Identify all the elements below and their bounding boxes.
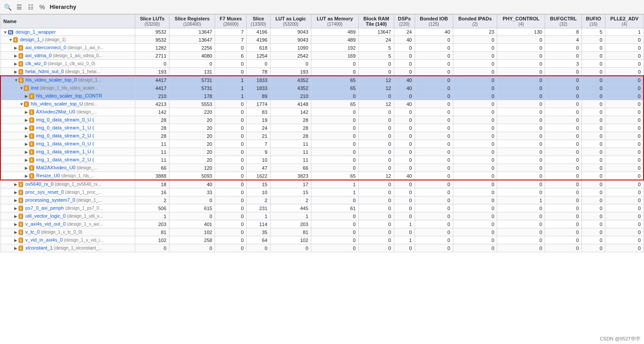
- row-name[interactable]: Resize_U0: [35, 173, 60, 178]
- expand-icon[interactable]: ▶: [14, 62, 19, 66]
- row-name[interactable]: proc_sys_reset_0: [24, 189, 64, 195]
- expand-icon[interactable]: ▼: [20, 86, 24, 90]
- table-row[interactable]: ▶ i helai_hdmi_out_0 (design_1_helai...1…: [0, 68, 644, 76]
- row-name[interactable]: img_1_data_stream_2_U (: [35, 157, 94, 162]
- row-name[interactable]: xlconstant_1: [24, 245, 53, 250]
- table-row[interactable]: ▶ i img_0_data_stream_2_U (2820021280000…: [0, 132, 644, 140]
- table-row[interactable]: ▼ i design_1_i (design_1)953213647741969…: [0, 36, 644, 44]
- search-icon[interactable]: 🔍: [4, 3, 12, 11]
- row-name[interactable]: img_0_data_stream_0_U (: [35, 117, 94, 122]
- val-cell: 1774: [247, 100, 270, 108]
- val-cell: 0: [169, 244, 215, 252]
- table-row[interactable]: ▼ i hls_video_scaler_top_0 (design_1...4…: [0, 76, 644, 84]
- table-row[interactable]: ▶ i proc_sys_reset_0 (design_1_proc_...1…: [0, 188, 644, 196]
- expand-icon[interactable]: ▼: [9, 38, 13, 42]
- row-name[interactable]: axi_vdma_0: [24, 53, 51, 58]
- row-name[interactable]: img_1_data_stream_0_U (: [35, 141, 94, 146]
- val-cell: 0: [415, 60, 453, 68]
- row-name[interactable]: img_0_data_stream_1_U (: [35, 125, 94, 130]
- table-row[interactable]: ▶ i axi_interconnect_0 (design_1_axi_ir.…: [0, 44, 644, 52]
- val-cell: 28: [270, 132, 311, 140]
- expand-icon[interactable]: ▼: [14, 78, 19, 82]
- val-cell: 20: [169, 116, 215, 124]
- table-row[interactable]: ▶ i clk_wiz_0 (design_1_clk_wiz_0_0)0000…: [0, 60, 644, 68]
- row-name[interactable]: v_vid_in_axi4s_0: [24, 237, 63, 242]
- table-row[interactable]: ▶ i img_1_data_stream_1_U (1120091100000…: [0, 148, 644, 156]
- expand-icon[interactable]: ▶: [14, 214, 19, 219]
- row-name[interactable]: axi_interconnect_0: [24, 45, 66, 50]
- expand-icon[interactable]: ▶: [25, 94, 29, 98]
- table-row[interactable]: ▶ i axi_vdma_0 (design_1_axi_vdma_0...27…: [0, 52, 644, 60]
- expand-icon[interactable]: ▶: [14, 46, 19, 50]
- percent-icon[interactable]: %: [38, 3, 46, 11]
- filter-all-icon[interactable]: ☰: [15, 3, 23, 11]
- expand-icon[interactable]: ▶: [25, 142, 29, 146]
- table-row[interactable]: ▶ i AXIvideo2Mat_U0 (design_...142220083…: [0, 108, 644, 116]
- table-row[interactable]: ▼ N design_1_wrapper95321364774196904348…: [0, 28, 644, 36]
- row-name[interactable]: Mat2AXIvideo_U0: [35, 165, 76, 170]
- filter-partial-icon[interactable]: ☷: [27, 3, 35, 11]
- expand-icon[interactable]: ▼: [4, 30, 8, 35]
- expand-icon[interactable]: ▶: [25, 118, 29, 122]
- expand-icon[interactable]: ▶: [14, 198, 19, 203]
- expand-icon[interactable]: ▶: [25, 110, 29, 114]
- row-name[interactable]: hls_video_scaler_top_CONTR: [35, 93, 102, 98]
- table-row[interactable]: ▶ i img_0_data_stream_1_U (2820024280000…: [0, 124, 644, 132]
- row-name[interactable]: util_vector_logic_0: [24, 213, 66, 219]
- row-name[interactable]: AXIvideo2Mat_U0: [35, 109, 75, 114]
- expand-icon[interactable]: ▼: [20, 102, 24, 106]
- table-row[interactable]: ▼ i inst (design_1_hls_video_scaler...44…: [0, 84, 644, 92]
- expand-icon[interactable]: ▶: [14, 190, 19, 195]
- row-name[interactable]: processing_system7_0: [24, 197, 75, 203]
- row-name[interactable]: helai_hdmi_out_0: [24, 69, 64, 74]
- expand-icon[interactable]: ▶: [25, 126, 29, 130]
- table-row[interactable]: ▶ i util_vector_logic_0 (design_1_util_v…: [0, 212, 644, 220]
- row-name[interactable]: hls_video_scaler_top_U: [30, 101, 83, 106]
- expand-icon[interactable]: ▶: [14, 238, 19, 242]
- row-name[interactable]: inst: [30, 85, 39, 90]
- row-name[interactable]: img_0_data_stream_2_U (: [35, 133, 94, 138]
- expand-icon[interactable]: ▶: [25, 158, 29, 162]
- table-row[interactable]: ▶ i xlconstant_1 (design_1_xlconstant_..…: [0, 244, 644, 252]
- row-name[interactable]: design_1_i: [19, 37, 43, 42]
- table-row[interactable]: ▶ i Mat2AXIvideo_U0 (design_...661200476…: [0, 164, 644, 172]
- table-row[interactable]: ▶ i v_axi4s_vid_out_0 (design_1_v_axi...…: [0, 220, 644, 228]
- row-name[interactable]: img_1_data_stream_1_U (: [35, 149, 94, 154]
- val-cell: 5731: [169, 84, 215, 92]
- expand-icon[interactable]: ▶: [25, 150, 29, 154]
- table-row[interactable]: ▶ i ps7_0_axi_periph (design_1_ps7_0...5…: [0, 204, 644, 212]
- table-row[interactable]: ▶ i img_1_data_stream_2_U (1120010110000…: [0, 156, 644, 164]
- row-name[interactable]: clk_wiz_0: [24, 61, 47, 66]
- row-name[interactable]: hls_video_scaler_top_0: [24, 77, 77, 82]
- table-row[interactable]: ▶ i v_tc_0 (design_1_v_tc_0_0)8110203581…: [0, 228, 644, 236]
- expand-icon[interactable]: ▶: [14, 182, 19, 187]
- val-cell: 5: [358, 52, 394, 60]
- val-cell: 0: [311, 68, 359, 76]
- table-row[interactable]: ▼ i hls_video_scaler_top_U (desi...42135…: [0, 100, 644, 108]
- expand-icon[interactable]: ▶: [25, 174, 29, 178]
- table-row[interactable]: ▶ i hls_video_scaler_top_CONTR2101781892…: [0, 92, 644, 100]
- table-row[interactable]: ▶ i img_0_data_stream_0_U (2820019280000…: [0, 116, 644, 124]
- val-cell: 89: [247, 92, 270, 100]
- row-name[interactable]: v_tc_0: [24, 229, 39, 235]
- expand-icon[interactable]: ▶: [14, 206, 19, 211]
- table-row[interactable]: ▶ i ov5640_rx_0 (design_1_ov5640_rx...18…: [0, 180, 644, 188]
- expand-icon[interactable]: ▶: [14, 54, 19, 58]
- expand-icon[interactable]: ▶: [14, 246, 19, 250]
- val-cell: 0: [215, 132, 247, 140]
- val-cell: 0: [545, 44, 582, 52]
- expand-icon[interactable]: ▶: [25, 134, 29, 138]
- table-row[interactable]: ▶ i Resize_U0 (design_1_hls_...388850930…: [0, 172, 644, 180]
- expand-icon[interactable]: ▶: [14, 70, 19, 74]
- expand-icon[interactable]: ▶: [25, 166, 29, 170]
- row-name[interactable]: ov5640_rx_0: [24, 181, 54, 187]
- row-name[interactable]: v_axi4s_vid_out_0: [24, 221, 66, 227]
- row-name[interactable]: design_1_wrapper: [14, 29, 56, 35]
- expand-icon[interactable]: ▶: [14, 222, 19, 227]
- row-name[interactable]: ps7_0_axi_periph: [24, 205, 64, 211]
- table-row[interactable]: ▶ i v_vid_in_axi4s_0 (design_1_v_vid_i..…: [0, 236, 644, 244]
- val-cell: 40: [394, 172, 415, 180]
- expand-icon[interactable]: ▶: [14, 230, 19, 235]
- table-row[interactable]: ▶ i processing_system7_0 (design_1_...20…: [0, 196, 644, 204]
- table-row[interactable]: ▶ i img_1_data_stream_0_U (1120071100000…: [0, 140, 644, 148]
